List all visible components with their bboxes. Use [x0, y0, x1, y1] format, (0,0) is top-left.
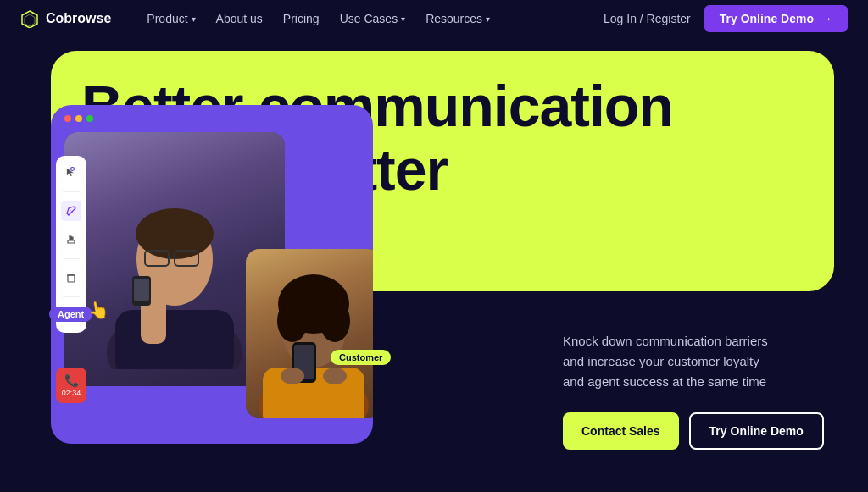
dot-red [64, 115, 71, 122]
try-demo-button[interactable]: Try Online Demo [689, 412, 824, 450]
chevron-down-icon: ▾ [192, 14, 196, 24]
agent-silhouette [90, 149, 259, 369]
visual-panel [51, 105, 373, 444]
agent-badge: Agent [49, 307, 92, 322]
chevron-down-icon-2: ▾ [401, 14, 405, 24]
toolbar-trash[interactable] [61, 268, 81, 288]
svg-rect-11 [134, 279, 149, 301]
customer-image [246, 249, 373, 418]
window-dots [64, 115, 93, 122]
sub-description: Knock down communication barriers and in… [563, 331, 834, 392]
trash-icon [65, 272, 77, 284]
contact-sales-button[interactable]: Contact Sales [563, 412, 679, 450]
arrow-icon: → [821, 12, 832, 25]
brand-name: Cobrowse [46, 11, 111, 26]
toolbar-divider-3 [63, 296, 80, 297]
dot-green [86, 115, 93, 122]
customer-badge: Customer [331, 350, 391, 365]
cta-buttons: Contact Sales Try Online Demo [563, 412, 834, 450]
nav-pricing[interactable]: Pricing [275, 8, 328, 29]
customer-photo [246, 249, 373, 418]
nav-resources[interactable]: Resources ▾ [417, 8, 498, 29]
right-content: Knock down communication barriers and in… [563, 331, 834, 450]
svg-point-16 [277, 300, 308, 342]
try-online-demo-button[interactable]: Try Online Demo → [704, 5, 848, 32]
toolbar-cursor[interactable] [61, 163, 81, 183]
svg-rect-8 [115, 310, 234, 369]
svg-point-20 [281, 368, 304, 384]
nav-links: Product ▾ About us Pricing Use Cases ▾ R… [138, 8, 604, 29]
cursor-hand-icon: 👆 [86, 298, 111, 322]
nav-product[interactable]: Product ▾ [138, 8, 203, 29]
nav-about[interactable]: About us [208, 8, 271, 29]
call-duration: 02:34 [62, 389, 81, 397]
nav-use-cases[interactable]: Use Cases ▾ [331, 8, 414, 29]
toolbar-divider-1 [63, 191, 80, 192]
nav-auth-section: Log In / Register Try Online Demo → [604, 5, 848, 32]
hero-section: Better communication creates better outc… [0, 37, 868, 492]
dot-yellow [75, 115, 82, 122]
chevron-down-icon-3: ▾ [486, 14, 490, 24]
hand-pointer-icon [65, 234, 77, 246]
logo-icon [20, 9, 39, 28]
svg-point-17 [320, 300, 350, 342]
svg-rect-23 [68, 275, 75, 282]
svg-point-21 [323, 368, 347, 384]
svg-marker-1 [25, 14, 35, 26]
pencil-icon [65, 205, 77, 217]
toolbar-divider-2 [63, 258, 80, 259]
toolbar-pointer[interactable] [61, 229, 81, 250]
toolbar-pencil[interactable] [61, 201, 81, 221]
navigation: Cobrowse Product ▾ About us Pricing Use … [0, 0, 868, 37]
cursor-icon [65, 167, 77, 179]
logo[interactable]: Cobrowse [20, 9, 111, 28]
call-timer-box[interactable]: 📞 02:34 [56, 368, 86, 403]
phone-icon: 📞 [64, 373, 79, 387]
customer-silhouette [246, 249, 373, 418]
login-register-link[interactable]: Log In / Register [604, 12, 691, 25]
svg-point-22 [71, 168, 75, 171]
